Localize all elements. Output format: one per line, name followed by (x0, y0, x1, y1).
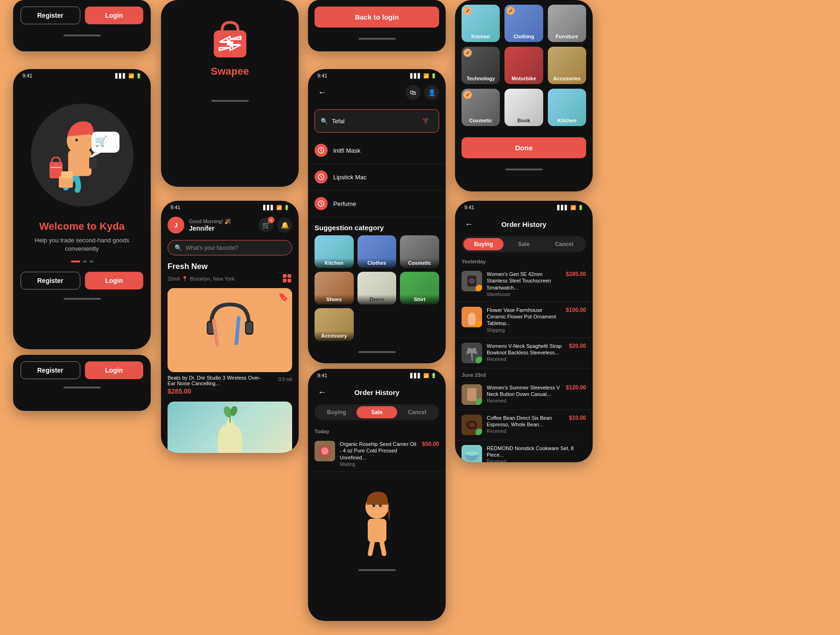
search-placeholder-fresh: What's your favorite? (186, 245, 238, 251)
phone-welcome: 9:41 ▋▋▋ 📶 🔋 (13, 69, 151, 349)
suggestion-category-grid: Kitchen Clothes Cosmetic Shoes Dress Shi… (308, 235, 446, 347)
cat-large-cosmetic[interactable]: ✓ Cosmetic (462, 89, 500, 126)
recent-icon-3 (315, 197, 328, 210)
bookmark-icon[interactable]: 🔖 (278, 292, 288, 302)
welcome-subtitle: Help you trade second-hand goods conveni… (22, 236, 141, 253)
back-to-login-button[interactable]: Back to login (315, 7, 439, 28)
tab-buying-sale[interactable]: Buying (316, 406, 357, 418)
status-bar-5: 9:41 ▋▋▋📶🔋 (161, 201, 299, 212)
login-button-top[interactable]: Login (85, 7, 144, 24)
product-image-area (168, 288, 292, 353)
category-item-accessory[interactable]: Accessory (315, 308, 354, 341)
svg-rect-13 (283, 274, 287, 278)
girl-figure-svg (349, 481, 405, 556)
cat-large-kitchen[interactable]: ✓ Kitchen (462, 5, 500, 42)
done-button[interactable]: Done (462, 137, 586, 158)
category-item-kitchen[interactable]: Kitchen (315, 235, 354, 268)
search-bar-fresh[interactable]: 🔍 What's your favorite? (168, 240, 292, 255)
search-result-lipstick[interactable]: Lipstick Mac (308, 164, 446, 190)
product-price-beats: $285.00 (168, 388, 261, 395)
headphones-svg (202, 293, 258, 349)
notification-icon-btn[interactable]: 🔔 (277, 218, 292, 233)
category-item-cosmetic[interactable]: Cosmetic (400, 235, 439, 268)
login-button-welcome[interactable]: Login (85, 272, 144, 289)
status-badge-received-1 (476, 357, 482, 363)
category-label-dress: Dress (357, 295, 397, 304)
status-icons-10: ▋▋▋📶🔋 (557, 205, 583, 210)
cart-icon-btn[interactable]: 🛒 2 (259, 218, 273, 233)
order-thumb-dress (462, 343, 482, 363)
order-section-yesterday: Yesterday (455, 255, 593, 266)
order-item-rosehip: Organic Rosehip Seed Carrier Oil - 4 oz … (308, 436, 446, 472)
status-time-10: 9:41 (464, 205, 474, 210)
recent-icon-2 (315, 170, 328, 183)
back-button-order-sale[interactable]: ← (315, 385, 329, 400)
phone-register-login-top: Register Login (13, 0, 151, 51)
cat-large-label-book: Book (518, 118, 531, 123)
category-label-accessory: Accessory (315, 331, 354, 341)
cookware-img (462, 445, 482, 462)
profile-icon-search[interactable]: 👤 (424, 85, 439, 100)
phone-back-to-login: Back to login (308, 0, 446, 51)
order-name-summer-dress: Women's Summer Sleeveless V Neck Button … (487, 384, 561, 398)
cat-large-furniture[interactable]: Furniture (548, 5, 586, 42)
tab-buying-buying[interactable]: Buying (463, 238, 504, 250)
filter-button-tefal[interactable] (418, 113, 433, 128)
svg-point-38 (372, 504, 375, 507)
category-label-clothes: Clothes (357, 258, 397, 268)
result-label-initfi: Initfi Mask (333, 147, 361, 154)
register-button-bottom[interactable]: Register (21, 361, 80, 379)
tab-sale-buying[interactable]: Sale (504, 238, 544, 250)
bell-icon: 🔔 (281, 221, 289, 229)
order-history-buying-header: ← Order History (455, 212, 593, 236)
status-icons-7: ▋▋▋📶🔋 (410, 73, 436, 78)
grid-toggle-icon[interactable] (282, 273, 292, 284)
cat-large-label-motorbike: Motorbike (511, 76, 536, 81)
cart-icon-search[interactable]: 🛍 (406, 85, 420, 100)
dots-indicator (22, 261, 141, 262)
register-button-top[interactable]: Register (21, 7, 80, 24)
cat-large-book[interactable]: Book (504, 89, 543, 126)
cat-large-label-clothing: Clothing (513, 34, 534, 39)
cat-large-label-technology: Technology (467, 76, 495, 81)
order-thumb-summer-dress (462, 384, 482, 405)
cat-large-clothing[interactable]: ✓ Clothing (504, 5, 543, 42)
tab-sale-sale[interactable]: Sale (357, 406, 397, 418)
dot-inactive-2 (90, 261, 93, 262)
category-grid-large: ✓ Kitchen ✓ Clothing Furniture ✓ Technol… (455, 0, 593, 131)
order-item-smartwatch: Women's Gen 5E 42mm Stainless Steel Touc… (455, 266, 593, 302)
search-icon-fresh: 🔍 (175, 244, 182, 251)
category-item-shoes[interactable]: Shoes (315, 272, 354, 304)
location-label: Brooklyn, New York (190, 276, 234, 282)
bottom-pill-6 (358, 38, 396, 40)
category-item-shirt[interactable]: Shirt (400, 272, 439, 304)
bottom-illustration-area (308, 472, 446, 565)
search-result-initfi[interactable]: Initfi Mask (308, 137, 446, 164)
login-button-bottom[interactable]: Login (85, 361, 144, 379)
swapee-logo-svg (209, 19, 251, 61)
filter-icon (422, 117, 429, 125)
cat-large-accesories[interactable]: Accesories (548, 47, 586, 84)
category-item-clothes[interactable]: Clothes (357, 235, 397, 268)
category-label-cosmetic: Cosmetic (400, 258, 439, 268)
category-item-dress[interactable]: Dress (357, 272, 397, 304)
rosehip-img (315, 441, 335, 461)
search-input-tefal[interactable] (332, 118, 414, 125)
tab-cancel-sale[interactable]: Cancel (397, 406, 437, 418)
tab-cancel-buying[interactable]: Cancel (544, 238, 584, 250)
cat-large-technology[interactable]: ✓ Technology (462, 47, 500, 84)
status-bar-10: 9:41 ▋▋▋📶🔋 (455, 201, 593, 212)
register-button-welcome[interactable]: Register (21, 272, 80, 289)
product-card-beats[interactable]: 🔖 (168, 288, 292, 372)
svg-rect-16 (287, 279, 291, 282)
search-bar-tefal[interactable]: 🔍 (315, 109, 439, 133)
back-button-search[interactable]: ← (315, 85, 329, 100)
cat-large-kitchen-2[interactable]: Kitchen (548, 89, 586, 126)
checkmark-tech: ✓ (463, 49, 472, 57)
search-result-perfume[interactable]: Perfume (308, 190, 446, 217)
cat-large-motorbike[interactable]: Motorbike (504, 47, 543, 84)
svg-point-55 (465, 451, 478, 456)
recent-icon-1 (315, 144, 328, 157)
back-button-order-buying[interactable]: ← (462, 217, 476, 232)
cat-large-label-accesories: Accesories (553, 76, 581, 81)
